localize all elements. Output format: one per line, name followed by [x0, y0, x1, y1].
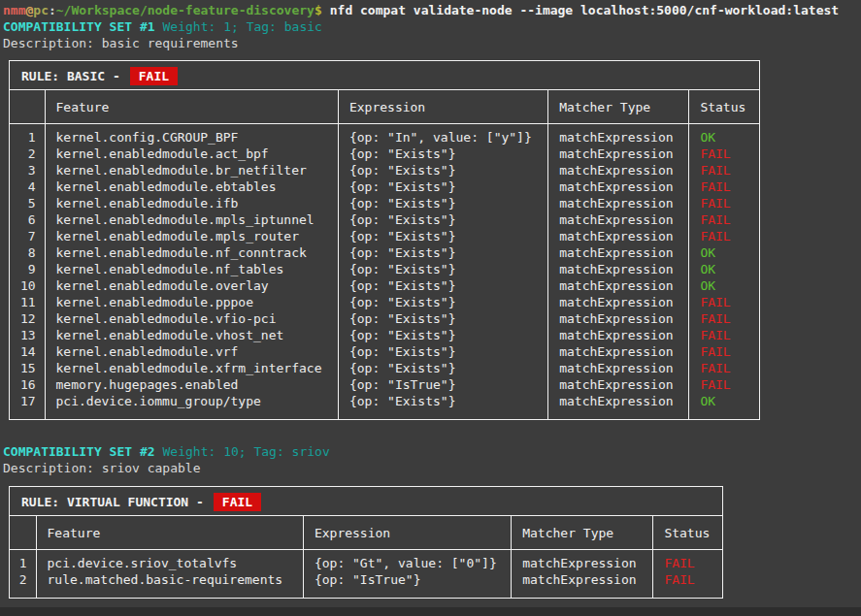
expression-cell: {op: "In", value: ["y"]}	[338, 124, 547, 146]
matcher-cell: matchExpression	[548, 327, 689, 343]
feature-cell: kernel.enabledmodule.vrf	[45, 343, 338, 360]
feature-cell: kernel.enabledmodule.br_netfilter	[45, 162, 338, 178]
header-status: Status	[689, 90, 759, 124]
header-matcher-type: Matcher Type	[548, 90, 689, 124]
expression-cell: {op: "Exists"}	[338, 327, 547, 343]
status-cell: OK	[689, 244, 759, 261]
set2-title: COMPATIBILITY SET #2	[3, 444, 155, 459]
set1-description: Description: basic requirements	[3, 35, 861, 51]
feature-cell: kernel.enabledmodule.ifb	[45, 195, 338, 211]
table-row: 14kernel.enabledmodule.vrf{op: "Exists"}…	[10, 343, 759, 360]
row-number: 11	[10, 294, 45, 310]
status-cell: FAIL	[689, 376, 759, 393]
feature-cell: kernel.enabledmodule.mpls_iptunnel	[45, 211, 338, 228]
feature-cell: kernel.enabledmodule.xfrm_interface	[45, 360, 338, 376]
row-number: 15	[10, 360, 45, 376]
row-number: 9	[10, 261, 45, 277]
rule-table-basic: RULE: BASIC -FAIL Feature Expression Mat…	[9, 60, 760, 420]
feature-cell: memory.hugepages.enabled	[45, 376, 338, 393]
table-row: 4kernel.enabledmodule.ebtables{op: "Exis…	[10, 178, 759, 195]
matcher-cell: matchExpression	[548, 124, 689, 146]
set1-title: COMPATIBILITY SET #1	[3, 19, 155, 34]
matcher-cell: matchExpression	[548, 195, 689, 211]
rule-table: Feature Expression Matcher Type Status 1…	[10, 90, 759, 419]
shell-prompt-line: nmm@pc:~/Workspace/node-feature-discover…	[3, 2, 861, 18]
set1-meta: Weight: 1; Tag: basic	[163, 19, 322, 34]
status-cell: OK	[689, 393, 759, 419]
table-row: 3kernel.enabledmodule.br_netfilter{op: "…	[10, 162, 759, 178]
table-row: 7kernel.enabledmodule.mpls_router{op: "E…	[10, 228, 759, 244]
matcher-cell: matchExpression	[548, 211, 689, 228]
matcher-cell: matchExpression	[548, 393, 689, 419]
expression-cell: {op: "Exists"}	[338, 310, 547, 327]
prompt-part: nmm	[3, 3, 25, 17]
terminal-bottom-edge	[0, 607, 861, 616]
feature-cell: kernel.enabledmodule.act_bpf	[45, 146, 338, 162]
table-row: 5kernel.enabledmodule.ifb{op: "Exists"}m…	[10, 195, 759, 211]
table-header-row: Feature Expression Matcher Type Status	[10, 90, 759, 124]
set1-header: COMPATIBILITY SET #1Weight: 1; Tag: basi…	[3, 18, 861, 35]
header-expression: Expression	[338, 90, 547, 124]
header-feature: Feature	[36, 516, 303, 550]
set2-header: COMPATIBILITY SET #2Weight: 10; Tag: sri…	[3, 443, 861, 460]
expression-cell: {op: "Exists"}	[338, 393, 547, 419]
status-cell: OK	[689, 261, 759, 277]
command-text: nfd compat validate-node --image localho…	[330, 3, 839, 17]
matcher-cell: matchExpression	[548, 178, 689, 195]
rule-table: Feature Expression Matcher Type Status 1…	[10, 516, 722, 598]
feature-cell: kernel.enabledmodule.nf_conntrack	[45, 244, 338, 261]
row-number: 7	[10, 228, 45, 244]
header-status: Status	[653, 516, 722, 550]
terminal[interactable]: nmm@pc:~/Workspace/node-feature-discover…	[0, 0, 861, 599]
matcher-cell: matchExpression	[548, 277, 689, 294]
expression-cell: {op: "Exists"}	[338, 195, 547, 211]
header-row-number	[10, 516, 36, 550]
expression-cell: {op: "Exists"}	[338, 360, 547, 376]
table-row: 17pci.device.iommu_group/type{op: "Exist…	[10, 393, 759, 419]
expression-cell: {op: "IsTrue"}	[303, 571, 511, 598]
matcher-cell: matchExpression	[548, 162, 689, 178]
row-number: 5	[10, 195, 45, 211]
status-cell: FAIL	[689, 294, 759, 310]
feature-cell: kernel.config.CGROUP_BPF	[45, 124, 338, 146]
row-number: 2	[10, 571, 36, 598]
table-row: 8kernel.enabledmodule.nf_conntrack{op: "…	[10, 244, 759, 261]
row-number: 14	[10, 343, 45, 360]
status-cell: FAIL	[689, 343, 759, 360]
status-cell: OK	[689, 124, 759, 146]
feature-cell: kernel.enabledmodule.overlay	[45, 277, 338, 294]
table-row: 12kernel.enabledmodule.vfio-pci{op: "Exi…	[10, 310, 759, 327]
feature-cell: pci.device.iommu_group/type	[45, 393, 338, 419]
matcher-cell: matchExpression	[548, 376, 689, 393]
row-number: 17	[10, 393, 45, 419]
row-number: 2	[10, 146, 45, 162]
feature-cell: kernel.enabledmodule.vfio-pci	[45, 310, 338, 327]
matcher-cell: matchExpression	[512, 550, 653, 572]
table-row: 6kernel.enabledmodule.mpls_iptunnel{op: …	[10, 211, 759, 228]
feature-cell: kernel.enabledmodule.vhost_net	[45, 327, 338, 343]
expression-cell: {op: "Exists"}	[338, 211, 547, 228]
expression-cell: {op: "IsTrue"}	[338, 376, 547, 393]
table-row: 9kernel.enabledmodule.nf_tables{op: "Exi…	[10, 261, 759, 277]
status-cell: FAIL	[689, 360, 759, 376]
shell-prompt: nmm@pc:~/Workspace/node-feature-discover…	[3, 3, 322, 17]
set2-meta: Weight: 10; Tag: sriov	[163, 444, 330, 459]
table-row: 2kernel.enabledmodule.act_bpf{op: "Exist…	[10, 146, 759, 162]
row-number: 6	[10, 211, 45, 228]
rule-title-bar: RULE: VIRTUAL FUNCTION -FAIL	[10, 487, 722, 516]
matcher-cell: matchExpression	[548, 146, 689, 162]
prompt-part: :	[49, 3, 56, 17]
row-number: 13	[10, 327, 45, 343]
row-number: 8	[10, 244, 45, 261]
rule-label: RULE: BASIC -	[21, 69, 120, 83]
rule-table-virtual-function: RULE: VIRTUAL FUNCTION -FAIL Feature Exp…	[9, 486, 723, 599]
header-matcher-type: Matcher Type	[512, 516, 653, 550]
matcher-cell: matchExpression	[548, 294, 689, 310]
header-feature: Feature	[45, 90, 338, 124]
row-number: 16	[10, 376, 45, 393]
expression-cell: {op: "Exists"}	[338, 343, 547, 360]
prompt-part: ~/Workspace/node-feature-discovery	[56, 3, 315, 17]
rule-title-bar: RULE: BASIC -FAIL	[10, 61, 759, 90]
expression-cell: {op: "Exists"}	[338, 244, 547, 261]
status-cell: FAIL	[689, 178, 759, 195]
